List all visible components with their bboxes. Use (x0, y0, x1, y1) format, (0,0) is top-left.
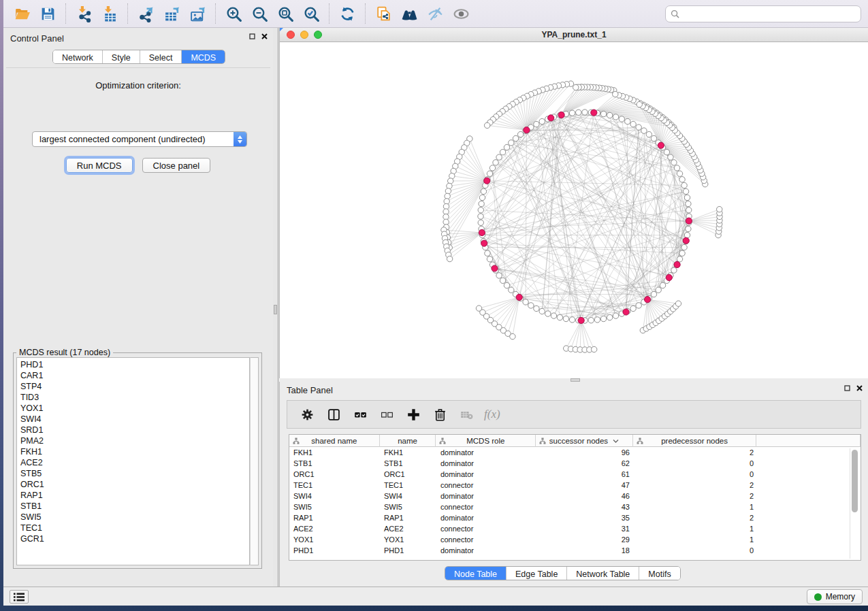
table-cell: PHD1 (289, 545, 380, 556)
column-header-successor-nodes[interactable]: successor nodes (536, 435, 633, 447)
tab-network-table[interactable]: Network Table (566, 567, 639, 580)
table-row[interactable]: YOX1YOX1connector291 (289, 534, 861, 545)
column-header-predecessor-nodes[interactable]: predecessor nodes (633, 435, 757, 447)
tab-motifs[interactable]: Motifs (639, 567, 679, 580)
table-row[interactable]: SWI5SWI5connector431 (289, 501, 861, 512)
mcds-result-item[interactable]: TEC1 (20, 523, 249, 533)
tab-style[interactable]: Style (102, 50, 140, 64)
tab-select[interactable]: Select (140, 50, 182, 64)
search-input[interactable] (683, 10, 856, 19)
table-row[interactable]: STB1STB1dominator620 (289, 458, 861, 469)
import-network-button[interactable] (72, 3, 95, 24)
control-panel-tabs: NetworkStyleSelectMCDS (52, 50, 225, 64)
add-column-button[interactable] (403, 404, 423, 425)
close-panel-icon[interactable] (856, 385, 863, 391)
vertical-splitter[interactable] (273, 28, 278, 587)
run-mcds-button[interactable]: Run MCDS (66, 158, 133, 173)
show-all-button[interactable] (449, 3, 472, 24)
mcds-result-item[interactable]: CAR1 (20, 370, 249, 381)
tab-mcds[interactable]: MCDS (181, 50, 225, 64)
column-type-icon (539, 437, 546, 444)
search-network-button[interactable] (398, 3, 421, 24)
tab-edge-table[interactable]: Edge Table (506, 567, 566, 580)
select-all-button[interactable] (350, 404, 370, 425)
criterion-select[interactable]: largest connected component (undirected) (32, 131, 247, 147)
column-header-shared-name[interactable]: shared name (289, 435, 380, 447)
copy-network-button[interactable] (372, 3, 395, 24)
table-cell: 47 (536, 480, 634, 491)
hide-selected-button[interactable] (423, 3, 447, 24)
mcds-result-item[interactable]: RAP1 (20, 490, 249, 501)
table-cell: connector (436, 523, 536, 534)
table-row[interactable]: FKH1FKH1dominator962 (289, 447, 861, 458)
network-window-titlebar[interactable]: YPA_prune.txt_1 (280, 28, 868, 42)
mcds-list-scrollbar[interactable] (250, 357, 259, 565)
table-cell: RAP1 (289, 512, 380, 523)
mcds-result-item[interactable]: STP4 (20, 381, 249, 392)
memory-status-icon (814, 593, 822, 601)
zoom-in-button[interactable] (222, 3, 245, 24)
float-panel-icon[interactable] (844, 385, 850, 391)
column-header-MCDS-role[interactable]: MCDS role (436, 435, 536, 447)
table-row[interactable]: ORC1ORC1dominator610 (289, 469, 861, 480)
panel-list-button[interactable] (10, 590, 29, 604)
mcds-result-item[interactable]: PHD1 (20, 359, 249, 370)
mcds-result-list[interactable]: PHD1CAR1STP4TID3YOX1SWI4SRD1PMA2FKH1ACE2… (16, 357, 250, 565)
table-panel-title: Table Panel (287, 385, 333, 395)
open-file-button[interactable] (10, 3, 33, 24)
mcds-result-item[interactable]: STB5 (20, 468, 249, 479)
table-row[interactable]: RAP1RAP1dominator352 (289, 512, 861, 523)
export-network-button[interactable] (134, 3, 157, 24)
table-cell: dominator (436, 545, 536, 556)
close-panel-icon[interactable] (261, 33, 268, 39)
show-columns-button[interactable] (323, 404, 344, 425)
mcds-result-item[interactable]: ACE2 (20, 457, 249, 468)
table-cell: 35 (536, 512, 634, 523)
table-settings-button[interactable] (297, 404, 317, 425)
zoom-selected-button[interactable] (300, 3, 323, 24)
table-row[interactable]: SWI4SWI4dominator462 (289, 491, 861, 501)
mcds-result-item[interactable]: YOX1 (20, 403, 249, 414)
table-cell: FKH1 (289, 447, 380, 458)
mcds-result-item[interactable]: PMA2 (20, 435, 249, 446)
mcds-result-item[interactable]: STB1 (20, 501, 249, 512)
table-scrollbar[interactable] (850, 448, 859, 559)
table-cell: 1 (634, 534, 758, 545)
scrollbar-thumb[interactable] (852, 450, 858, 512)
search-icon (671, 10, 679, 18)
mcds-result-item[interactable]: TID3 (20, 392, 249, 403)
memory-button[interactable]: Memory (807, 589, 863, 604)
save-session-button[interactable] (36, 3, 59, 24)
mcds-result-item[interactable]: GCR1 (20, 533, 249, 544)
toolbar-separator (127, 3, 128, 24)
export-network-icon (138, 5, 155, 22)
mcds-result-item[interactable]: SWI5 (20, 512, 249, 523)
table-cell: 2 (634, 480, 758, 491)
splitter-grip[interactable] (274, 305, 277, 314)
zoom-out-button[interactable] (248, 3, 271, 24)
refresh-layout-button[interactable] (336, 3, 359, 24)
control-panel: Control Panel NetworkStyleSelectMCDS Opt… (3, 28, 273, 587)
table-row[interactable]: TEC1TEC1connector472 (289, 480, 861, 491)
zoom-fit-button[interactable] (274, 3, 297, 24)
column-header-name[interactable]: name (380, 435, 436, 447)
table-row[interactable]: ACE2ACE2connector311 (289, 523, 861, 534)
table-cell: 62 (536, 458, 634, 469)
import-table-button[interactable] (98, 3, 121, 24)
delete-column-button[interactable] (430, 404, 450, 425)
tab-node-table[interactable]: Node Table (445, 567, 506, 580)
mcds-result-item[interactable]: FKH1 (20, 446, 249, 457)
float-panel-icon[interactable] (249, 33, 255, 39)
deselect-all-button[interactable] (376, 404, 397, 425)
mcds-result-item[interactable]: SWI4 (20, 414, 249, 425)
tab-network[interactable]: Network (53, 50, 102, 64)
export-image-button[interactable] (186, 3, 209, 24)
toolbar-separator (329, 3, 329, 24)
mcds-result-item[interactable]: ORC1 (20, 479, 249, 490)
close-panel-button[interactable]: Close panel (142, 158, 211, 173)
table-row[interactable]: PHD1PHD1dominator180 (289, 545, 861, 556)
select-all-icon (353, 408, 368, 422)
network-graph-canvas[interactable] (280, 42, 868, 378)
export-table-button[interactable] (160, 3, 183, 24)
mcds-result-item[interactable]: SRD1 (20, 425, 249, 435)
